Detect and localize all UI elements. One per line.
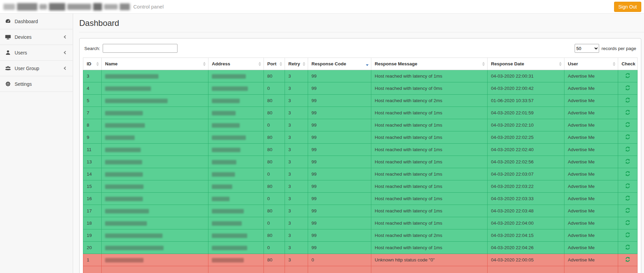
port-cell: 80 xyxy=(264,131,285,144)
column-header-id[interactable]: ID xyxy=(83,58,102,70)
response-message-cell: Host reached with latency of 1ms xyxy=(371,180,488,193)
name-redacted xyxy=(105,74,158,79)
check-cell xyxy=(618,95,638,107)
address-cell xyxy=(208,131,264,144)
response-date-cell: 04-03-2020 22:04:26 xyxy=(488,242,564,254)
page-size-select[interactable]: 50 xyxy=(575,44,599,53)
sort-arrows-icon xyxy=(203,62,206,66)
retry-cell: 3 xyxy=(285,82,308,95)
retry-cell: 3 xyxy=(285,229,308,242)
refresh-check-icon[interactable] xyxy=(625,232,630,238)
response-code-cell: 99 xyxy=(308,168,371,180)
table-row-device-19: 1980399Host reached with latency of 2ms0… xyxy=(83,229,638,242)
sidebar-item-user-group[interactable]: User Group xyxy=(0,61,73,76)
address-redacted xyxy=(212,135,246,140)
user-icon xyxy=(5,50,11,55)
retry-cell: 3 xyxy=(285,156,308,168)
column-header-retry[interactable]: Retry xyxy=(285,58,308,70)
response-date-cell: 04-03-2020 22:03:48 xyxy=(488,205,564,217)
response-message-cell: Host reached with latency of 1ms xyxy=(371,205,488,217)
check-cell xyxy=(618,82,638,95)
name-cell xyxy=(102,229,208,242)
response-code-cell: 99 xyxy=(308,131,371,144)
response-date-cell: 04-03-2020 22:03:07 xyxy=(488,168,564,180)
control-panel-label: Control panel xyxy=(133,4,164,10)
column-header-response-code[interactable]: Response Code xyxy=(308,58,371,70)
response-date-cell: 04-03-2020 22:02:25 xyxy=(488,131,564,144)
user-cell: Advertise Me xyxy=(564,156,618,168)
refresh-check-icon[interactable] xyxy=(625,171,630,176)
response-code-cell: 99 xyxy=(308,107,371,119)
port-cell: 80 xyxy=(264,95,285,107)
response-date-cell: 04-03-2020 22:04:00 xyxy=(488,217,564,229)
refresh-check-icon[interactable] xyxy=(625,195,630,201)
address-redacted xyxy=(212,123,240,128)
table-row-device-11: 1180399Host reached with latency of 1ms0… xyxy=(83,144,638,156)
sort-arrows-icon xyxy=(258,62,261,66)
refresh-check-icon[interactable] xyxy=(625,122,630,127)
name-cell xyxy=(102,242,208,254)
user-cell: Advertise Me xyxy=(564,107,618,119)
port-cell: 0 xyxy=(264,217,285,229)
refresh-check-icon[interactable] xyxy=(625,257,630,262)
refresh-check-icon[interactable] xyxy=(625,183,630,189)
refresh-check-icon[interactable] xyxy=(625,244,630,250)
id-cell: 8 xyxy=(83,119,102,131)
address-cell xyxy=(208,95,264,107)
refresh-check-icon[interactable] xyxy=(625,220,630,225)
response-code-cell: 99 xyxy=(308,242,371,254)
name-redacted xyxy=(105,123,145,128)
response-code-cell: 99 xyxy=(308,144,371,156)
address-cell xyxy=(208,156,264,168)
response-date-cell: 04-03-2020 22:04:15 xyxy=(488,229,564,242)
name-cell xyxy=(102,70,208,82)
address-redacted xyxy=(212,99,240,103)
user-cell: Advertise Me xyxy=(564,70,618,82)
column-header-user[interactable]: User xyxy=(564,58,618,70)
column-header-port[interactable]: Port xyxy=(264,58,285,70)
column-label: Response Date xyxy=(491,61,524,66)
address-redacted xyxy=(212,184,232,189)
sidebar-item-settings[interactable]: Settings xyxy=(0,76,73,92)
response-message-cell: Host reached with latency of 1ms xyxy=(371,70,488,82)
main-content: Dashboard Search: 50 records per page xyxy=(73,14,644,273)
response-code-cell: 99 xyxy=(308,95,371,107)
sort-arrows-icon xyxy=(613,62,615,66)
response-date-cell: 01-06-2020 10:33:57 xyxy=(488,95,564,107)
table-row-device-17: 1780399Host reached with latency of 1ms0… xyxy=(83,205,638,217)
refresh-check-icon[interactable] xyxy=(625,159,630,164)
response-date-cell: 04-03-2020 22:00:31 xyxy=(488,70,564,82)
refresh-check-icon[interactable] xyxy=(625,97,630,103)
check-cell xyxy=(618,131,638,144)
column-header-response-message[interactable]: Response Message xyxy=(371,58,488,70)
search-input[interactable] xyxy=(103,44,177,53)
refresh-check-icon[interactable] xyxy=(625,85,630,91)
refresh-check-icon[interactable] xyxy=(625,134,630,140)
id-cell: 4 xyxy=(83,82,102,95)
column-header-response-date[interactable]: Response Date xyxy=(488,58,564,70)
name-redacted xyxy=(105,221,147,226)
id-cell: 14 xyxy=(83,168,102,180)
address-redacted xyxy=(212,234,247,238)
response-code-cell: 99 xyxy=(308,70,371,82)
refresh-check-icon[interactable] xyxy=(625,73,630,78)
sign-out-button[interactable]: Sign Out xyxy=(614,2,641,12)
response-message-cell: Host reached with latency of 1ms xyxy=(371,131,488,144)
column-header-name[interactable]: Name xyxy=(102,58,208,70)
sidebar: Dashboard Devices Users xyxy=(0,14,73,273)
refresh-check-icon[interactable] xyxy=(625,110,630,115)
sidebar-item-devices[interactable]: Devices xyxy=(0,29,73,45)
check-cell xyxy=(618,193,638,205)
table-row-device-15: 1580399Host reached with latency of 1ms0… xyxy=(83,180,638,193)
refresh-check-icon[interactable] xyxy=(625,146,630,152)
response-code-cell: 0 xyxy=(308,254,371,266)
sidebar-item-dashboard[interactable]: Dashboard xyxy=(0,14,73,29)
sidebar-item-users[interactable]: Users xyxy=(0,45,73,61)
response-code-cell: 99 xyxy=(308,193,371,205)
response-message-cell: Host reached with latency of 2ms xyxy=(371,229,488,242)
user-cell: Advertise Me xyxy=(564,119,618,131)
user-cell: Advertise Me xyxy=(564,180,618,193)
sidebar-item-label: Users xyxy=(15,50,27,55)
refresh-check-icon[interactable] xyxy=(625,208,630,213)
column-header-address[interactable]: Address xyxy=(208,58,264,70)
